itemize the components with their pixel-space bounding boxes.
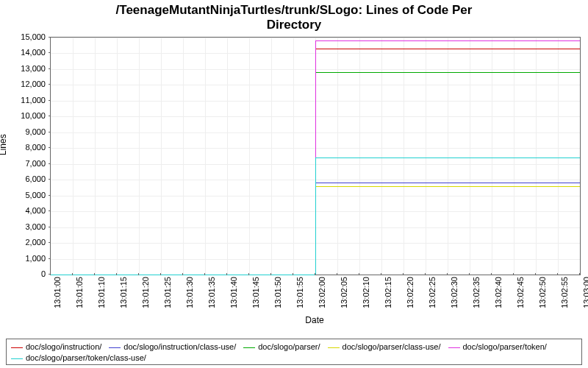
legend-swatch — [328, 347, 340, 348]
y-tick-label: 8,000 — [25, 143, 46, 152]
x-tick-mark — [270, 273, 271, 275]
x-tick-label: 13:02:10 — [362, 277, 370, 308]
grid-line-v — [95, 38, 96, 275]
grid-line-v — [139, 38, 140, 275]
x-tick-mark — [557, 273, 558, 275]
legend-swatch — [11, 358, 23, 359]
legend-item: doc/slogo/instruction/class-use/ — [109, 342, 236, 353]
x-tick-label: 13:01:30 — [185, 277, 194, 308]
y-tick-label: 15,000 — [21, 32, 46, 41]
x-tick-label: 13:02:30 — [450, 277, 459, 308]
x-tick-label: 13:01:20 — [141, 277, 150, 308]
x-tick-mark — [403, 273, 404, 275]
y-tick-label: 9,000 — [25, 127, 46, 136]
x-tick-mark — [491, 273, 492, 275]
x-tick-mark — [204, 273, 205, 275]
grid-line-v — [183, 38, 184, 275]
legend-swatch — [243, 347, 255, 348]
x-tick-mark — [94, 273, 95, 275]
x-tick-mark — [469, 273, 470, 275]
y-tick-label: 11,000 — [21, 96, 46, 105]
y-tick-label: 0 — [41, 269, 46, 278]
x-tick-label: 13:02:55 — [560, 277, 569, 308]
y-axis-label: Lines — [0, 134, 8, 155]
x-tick-label: 13:01:45 — [251, 277, 260, 308]
grid-line-v — [470, 38, 470, 275]
legend-label: doc/slogo/instruction/ — [26, 342, 101, 351]
x-tick-mark — [138, 273, 139, 275]
x-tick-label: 13:01:50 — [273, 277, 282, 308]
x-tick-mark — [293, 273, 293, 275]
legend-label: doc/slogo/parser/ — [258, 342, 320, 351]
grid-line-v — [448, 38, 448, 275]
grid-line-v — [359, 38, 360, 275]
x-tick-label: 13:02:45 — [516, 277, 525, 308]
y-tick-label: 14,000 — [21, 48, 46, 57]
x-tick-label: 13:02:20 — [406, 277, 415, 308]
y-tick-label: 6,000 — [25, 174, 46, 183]
legend-label: doc/slogo/parser/token/ — [463, 342, 547, 351]
grid-line-v — [426, 38, 426, 275]
y-tick-label: 5,000 — [25, 191, 46, 199]
legend-label: doc/slogo/parser/class-use/ — [343, 342, 441, 351]
x-tick-label: 13:02:05 — [340, 277, 348, 308]
y-tick-label: 2,000 — [25, 238, 46, 247]
series-segment — [315, 49, 580, 49]
x-tick-mark — [447, 273, 448, 275]
grid-line-v — [514, 38, 514, 275]
chart-title-line-1: /TeenageMutantNinjaTurtles/trunk/SLogo: … — [116, 3, 473, 17]
legend-item: doc/slogo/instruction/ — [11, 342, 101, 353]
x-tick-mark — [359, 273, 359, 275]
y-axis: Lines 01,0002,0003,0004,0005,0006,0007,0… — [0, 37, 49, 274]
y-tick-label: 10,000 — [21, 111, 46, 120]
grid-line-v — [293, 38, 294, 275]
plot-area — [50, 37, 581, 275]
x-tick-label: 13:01:15 — [119, 277, 128, 308]
x-tick-mark — [160, 273, 161, 275]
x-tick-mark — [50, 273, 51, 275]
grid-line-v — [337, 38, 338, 275]
legend-item: doc/slogo/parser/token/ — [448, 342, 547, 353]
x-tick-label: 13:01:00 — [53, 277, 62, 308]
legend-swatch — [11, 347, 23, 348]
grid-line-v — [227, 38, 228, 275]
x-tick-label: 13:01:55 — [295, 277, 304, 308]
x-tick-mark — [535, 273, 536, 275]
x-tick-label: 13:02:50 — [538, 277, 547, 308]
x-tick-mark — [315, 273, 315, 275]
grid-line-v — [117, 38, 118, 275]
x-tick-label: 13:01:35 — [207, 277, 216, 308]
legend-label: doc/slogo/parser/token/class-use/ — [26, 353, 146, 362]
x-tick-mark — [579, 273, 580, 275]
x-tick-mark — [513, 273, 514, 275]
grid-line-v — [492, 38, 492, 275]
grid-line-v — [205, 38, 206, 275]
x-tick-label: 13:02:00 — [318, 277, 326, 308]
grid-line-v — [73, 38, 74, 275]
y-tick-label: 3,000 — [25, 222, 46, 231]
series-segment — [315, 40, 580, 41]
grid-line-v — [249, 38, 250, 275]
x-tick-label: 13:03:00 — [582, 277, 588, 308]
legend-swatch — [448, 347, 460, 348]
x-tick-label: 13:01:10 — [97, 277, 106, 308]
y-tick-label: 4,000 — [25, 206, 46, 215]
grid-line-v — [381, 38, 382, 275]
x-tick-label: 13:02:25 — [428, 277, 437, 308]
y-tick-label: 13,000 — [21, 64, 46, 73]
x-tick-mark — [381, 273, 381, 275]
grid-line-v — [271, 38, 272, 275]
x-tick-mark — [226, 273, 227, 275]
legend-swatch — [109, 347, 121, 348]
series-segment — [315, 186, 580, 187]
chart-title-line-2: Directory — [29, 18, 559, 32]
legend-item: doc/slogo/parser/token/class-use/ — [11, 353, 146, 364]
series-segment — [315, 158, 580, 158]
x-tick-mark — [337, 273, 337, 275]
x-tick-mark — [72, 273, 73, 275]
series-segment — [315, 72, 580, 73]
x-axis: Date 13:01:0013:01:0513:01:1013:01:1513:… — [50, 274, 579, 325]
x-tick-label: 13:02:35 — [472, 277, 481, 308]
grid-line-v — [558, 38, 559, 275]
series-segment — [315, 183, 580, 183]
